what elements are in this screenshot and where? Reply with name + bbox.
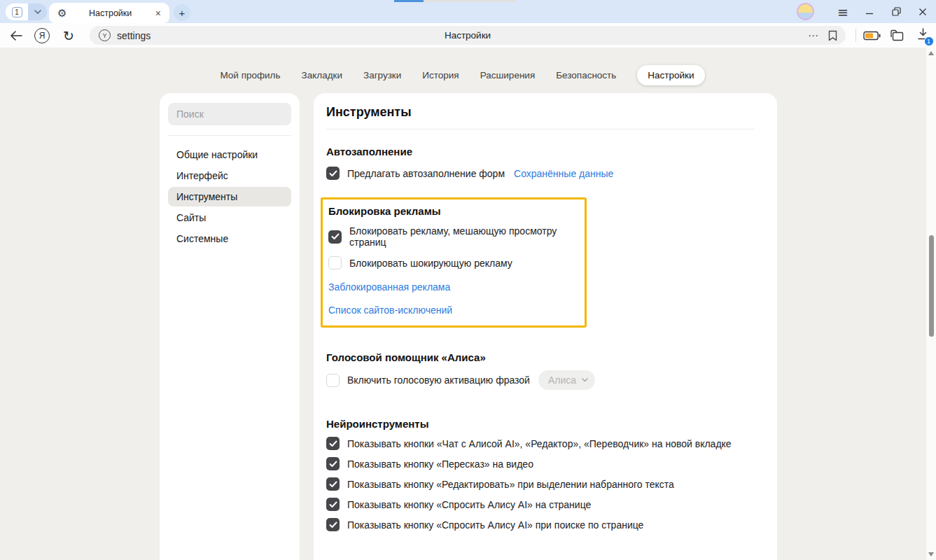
sidebar-item-general[interactable]: Общие настройки (168, 144, 291, 165)
collections-button[interactable] (886, 23, 907, 48)
page-title: Инструменты (326, 93, 755, 120)
adblock-intrusive-checkbox[interactable] (328, 230, 342, 244)
autofill-checkbox-label: Предлагать автозаполнение форм (347, 168, 505, 179)
download-count-badge: 1 (924, 36, 934, 46)
plus-icon: + (179, 7, 186, 19)
search-input[interactable] (168, 103, 291, 125)
alice-activation-checkbox[interactable] (326, 374, 340, 387)
check-icon (331, 233, 340, 240)
nav-tab-profile[interactable]: Мой профиль (220, 65, 280, 85)
battery-saver-button[interactable] (861, 23, 882, 48)
adblock-shocking-label: Блокировать шокирующую рекламу (349, 258, 512, 269)
sidebar-divider (168, 135, 291, 136)
tab-close-icon[interactable]: × (154, 8, 162, 19)
tab-loading-track (424, 0, 516, 2)
battery-icon (863, 31, 881, 41)
alice-phrase-value: Алиса (548, 374, 576, 386)
address-page-title: Настройки (90, 30, 846, 41)
menu-button[interactable]: ≡ (830, 0, 856, 23)
alice-phrase-dropdown[interactable]: Алиса (538, 370, 595, 390)
check-icon (329, 461, 337, 468)
scroll-up-arrow[interactable] (928, 51, 934, 55)
chevron-down-icon (582, 378, 588, 382)
check-icon (329, 440, 337, 447)
avatar[interactable] (797, 3, 814, 20)
sidebar-item-interface[interactable]: Интерфейс (168, 165, 291, 186)
tab-loading-progress (394, 0, 424, 2)
neuro-heading: Нейроинструменты (326, 418, 755, 430)
neuro-ask-alice-page-checkbox[interactable] (326, 498, 340, 511)
sidebar-item-system[interactable]: Системные (168, 228, 291, 249)
adblock-heading: Блокировка рекламы (328, 205, 578, 217)
bookmark-icon[interactable] (828, 30, 837, 41)
tab-counter-button[interactable]: 1 (6, 4, 28, 20)
nav-tab-extensions[interactable]: Расширения (480, 65, 536, 85)
nav-tab-downloads[interactable]: Загрузки (363, 65, 401, 85)
minimize-icon (865, 8, 874, 16)
neuro-video-summary-checkbox[interactable] (326, 457, 340, 470)
hamburger-icon: ≡ (837, 4, 848, 20)
saved-data-link[interactable]: Сохранённые данные (514, 168, 613, 179)
close-icon (918, 8, 927, 16)
new-tab-button[interactable]: + (174, 4, 190, 21)
collections-icon (890, 29, 904, 41)
nav-tab-history[interactable]: История (422, 65, 459, 85)
check-icon (329, 501, 337, 508)
nav-tab-security[interactable]: Безопасность (556, 65, 616, 85)
tab-list-dropdown[interactable] (28, 4, 47, 20)
downloads-button[interactable]: 1 (911, 23, 934, 48)
scrollbar-thumb[interactable] (929, 235, 934, 337)
toolbar-divider (855, 29, 856, 42)
autofill-checkbox[interactable] (326, 167, 340, 180)
neuro-newtab-buttons-checkbox[interactable] (326, 437, 340, 450)
nav-tab-settings[interactable]: Настройки (637, 65, 704, 85)
scroll-down-arrow[interactable] (928, 552, 934, 556)
tab-counter[interactable]: 1 (6, 4, 47, 20)
settings-content: Инструменты Автозаполнение Предлагать ав… (314, 93, 777, 560)
minimize-button[interactable] (856, 0, 883, 23)
more-actions-icon[interactable]: ⋯ (808, 29, 818, 42)
back-arrow-icon (10, 31, 22, 41)
tab-count-badge: 1 (12, 7, 22, 18)
alice-activation-label: Включить голосовую активацию фразой (347, 374, 530, 386)
exception-sites-link[interactable]: Список сайтов-исключений (328, 304, 578, 316)
restore-button[interactable] (883, 0, 909, 23)
sidebar-item-sites[interactable]: Сайты (168, 207, 291, 228)
neuro-ask-alice-search-checkbox[interactable] (326, 518, 340, 531)
toolbar: Я ↻ Y settings Настройки ⋯ 1 (0, 23, 936, 48)
restore-icon (892, 7, 901, 16)
reload-button[interactable]: ↻ (59, 23, 78, 48)
autofill-heading: Автозаполнение (326, 146, 755, 158)
adblock-shocking-checkbox[interactable] (328, 256, 342, 270)
page-scrollbar[interactable] (925, 48, 936, 560)
yandex-logo-icon: Я (34, 28, 50, 43)
check-icon (329, 522, 337, 528)
address-url: settings (117, 30, 151, 41)
alice-heading: Голосовой помощник «Алиса» (326, 351, 755, 363)
settings-nav: Мой профиль Закладки Загрузки История Ра… (0, 65, 925, 85)
reload-icon: ↻ (63, 28, 74, 43)
check-icon (329, 170, 337, 177)
tab-title: Настройки (67, 8, 153, 18)
check-icon (329, 481, 337, 488)
nav-tab-bookmarks[interactable]: Закладки (302, 65, 342, 85)
neuro-edit-selection-checkbox[interactable] (326, 477, 340, 491)
title-divider (326, 129, 755, 130)
back-button[interactable] (7, 23, 25, 48)
adblock-highlight-box: Блокировка рекламы Блокировать рекламу, … (321, 197, 587, 328)
browser-tab-settings[interactable]: ⚙ Настройки × (49, 3, 169, 23)
tab-strip: 1 ⚙ Настройки × + ≡ (0, 0, 936, 23)
protect-icon: Y (99, 29, 111, 41)
gear-icon: ⚙ (57, 7, 67, 20)
address-bar[interactable]: Y settings Настройки ⋯ (90, 26, 846, 45)
blocked-ads-link[interactable]: Заблокированная реклама (328, 281, 578, 293)
settings-sidebar: Общие настройки Интерфейс Инструменты Са… (160, 93, 300, 560)
close-window-button[interactable] (909, 0, 936, 23)
sidebar-item-tools[interactable]: Инструменты (168, 187, 291, 206)
yandex-home-button[interactable]: Я (32, 23, 52, 48)
chevron-down-icon (34, 10, 41, 14)
adblock-intrusive-label: Блокировать рекламу, мешающую просмотру … (349, 225, 578, 248)
